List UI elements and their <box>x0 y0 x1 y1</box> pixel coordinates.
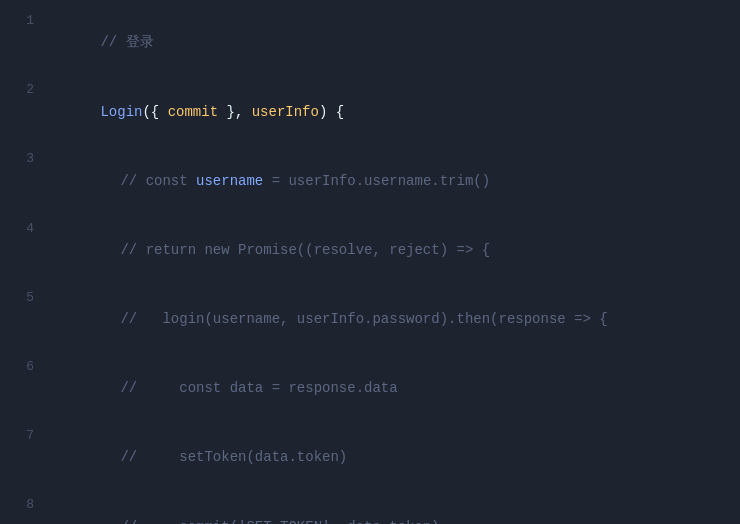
line-content-3: // const username = userInfo.username.tr… <box>50 147 740 214</box>
line-num-7: 7 <box>0 426 50 447</box>
line-num-3: 3 <box>0 149 50 170</box>
line-2: 2 Login({ commit }, userInfo) { <box>0 77 740 146</box>
line-6: 6 // const data = response.data <box>0 354 740 423</box>
line-content-6: // const data = response.data <box>50 355 740 422</box>
line-num-4: 4 <box>0 219 50 240</box>
line-3: 3 // const username = userInfo.username.… <box>0 146 740 215</box>
line-content-2: Login({ commit }, userInfo) { <box>50 78 740 145</box>
line-5: 5 // login(username, userInfo.password).… <box>0 285 740 354</box>
line-1: 1 // 登录 <box>0 8 740 77</box>
line-num-6: 6 <box>0 357 50 378</box>
line-num-2: 2 <box>0 80 50 101</box>
code-editor: 1 // 登录 2 Login({ commit }, userInfo) { … <box>0 0 740 524</box>
line-4: 4 // return new Promise((resolve, reject… <box>0 216 740 285</box>
line-7: 7 // setToken(data.token) <box>0 423 740 492</box>
line-num-8: 8 <box>0 495 50 516</box>
line-8: 8 // commit('SET_TOKEN', data.token) <box>0 492 740 524</box>
line-content-4: // return new Promise((resolve, reject) … <box>50 217 740 284</box>
line-num-1: 1 <box>0 11 50 32</box>
line-content-1: // 登录 <box>50 9 740 76</box>
line-content-5: // login(username, userInfo.password).th… <box>50 286 740 353</box>
line-num-5: 5 <box>0 288 50 309</box>
line-content-7: // setToken(data.token) <box>50 424 740 491</box>
line-content-8: // commit('SET_TOKEN', data.token) <box>50 493 740 524</box>
